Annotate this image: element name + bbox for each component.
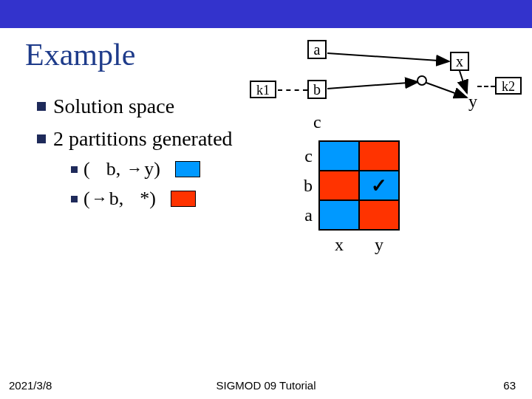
check-icon: ✓ [371,175,387,197]
cell-c-y [359,141,399,171]
row-label-c: c [279,141,319,171]
row-label-a: a [279,200,319,230]
paren: ( [83,158,90,180]
swatch-blue [175,161,200,177]
footer-center: SIGMOD 09 Tutorial [0,379,532,392]
paren: ( [83,188,90,210]
arrow-icon: → [90,189,109,208]
bullet-text: Solution space [53,95,174,118]
node-k1: k1 [250,81,276,98]
bullet-icon [37,134,46,143]
sub-bullet-text: ( → b, *) [83,188,156,210]
col-label-y: y [359,230,399,259]
cell-a-y [359,200,399,230]
cell-b-x [319,171,359,200]
arrow-icon: → [125,160,144,179]
title-bar [0,0,532,28]
bullet-icon [71,196,78,202]
cell-b-y: ✓ [359,171,399,200]
sub-bullet-text: ( b, → y) [83,158,160,180]
svg-line-1 [327,82,418,89]
svg-line-2 [426,83,467,98]
term-b: b, [106,158,121,180]
relationship-graph: a x b y k1 k2 c [276,40,520,129]
slide-title: Example [25,37,135,72]
bullet-text: 2 partitions generated [53,127,233,151]
footer-page: 63 [503,379,516,392]
sub-bullet-1: ( b, → y) [71,158,200,180]
bullet-icon [37,102,46,111]
cell-a-x [319,200,359,230]
sub-bullet-2: ( → b, *) [71,188,196,210]
ring-marker [417,75,427,86]
term-star: *) [140,188,156,210]
row-label-b: b [279,171,319,200]
swatch-red [171,191,196,207]
graph-edges [276,40,520,136]
col-label-x: x [319,230,359,259]
bullet-partitions: 2 partitions generated [37,127,233,151]
svg-line-0 [327,53,449,61]
term-y: y) [144,158,160,180]
bullet-icon [71,166,78,173]
bullet-solution-space: Solution space [37,95,174,118]
term-b: b, [109,188,124,210]
cell-c-x [319,141,359,171]
partition-grid: c b ✓ a x y [279,140,400,259]
svg-line-3 [460,71,467,93]
